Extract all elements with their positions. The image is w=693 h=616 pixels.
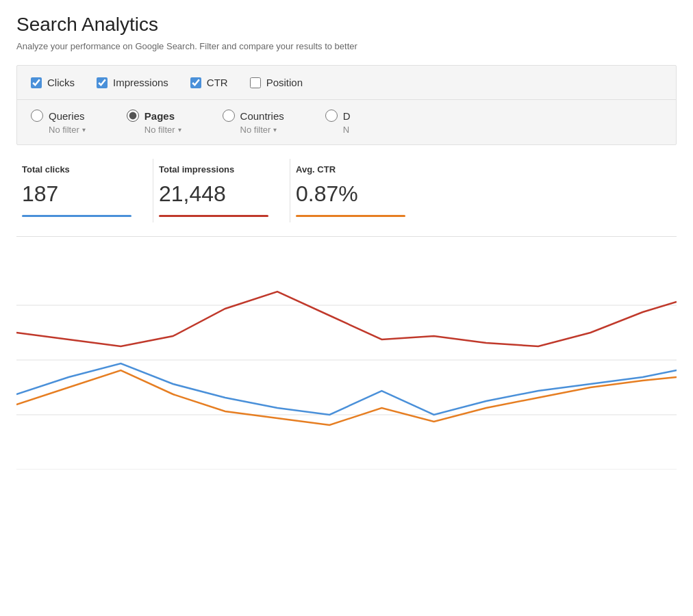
queries-radio[interactable]	[31, 110, 43, 122]
devices-radio-item[interactable]: D N	[325, 110, 351, 135]
avg-ctr-stat: Avg. CTR 0.87%	[290, 159, 427, 222]
total-clicks-stat: Total clicks 187	[16, 159, 153, 222]
position-checkbox-item[interactable]: Position	[250, 77, 303, 88]
clicks-checkbox-item[interactable]: Clicks	[31, 77, 75, 88]
stats-row: Total clicks 187 Total impressions 21,44…	[16, 145, 677, 237]
countries-radio-label: Countries	[240, 110, 284, 122]
pages-radio-item[interactable]: Pages No filter ▾	[127, 110, 181, 135]
countries-dropdown-arrow: ▾	[273, 126, 277, 133]
countries-radio-item[interactable]: Countries No filter ▾	[223, 110, 284, 135]
countries-filter-dropdown[interactable]: No filter ▾	[240, 125, 277, 135]
pages-dropdown-arrow: ▾	[178, 126, 181, 133]
avg-ctr-label: Avg. CTR	[296, 164, 411, 175]
ctr-checkbox-item[interactable]: CTR	[190, 77, 228, 88]
queries-radio-label: Queries	[49, 110, 85, 122]
devices-radio-label: D	[343, 110, 351, 122]
total-clicks-label: Total clicks	[22, 164, 136, 175]
filter-bar: Clicks Impressions CTR Position Queries	[16, 65, 677, 145]
countries-radio[interactable]	[223, 110, 235, 122]
avg-ctr-line	[296, 215, 405, 217]
ctr-label: CTR	[207, 77, 228, 88]
clicks-label: Clicks	[47, 77, 75, 88]
ctr-chart-line	[16, 370, 677, 425]
pages-filter-label: No filter	[144, 125, 175, 135]
total-impressions-label: Total impressions	[159, 164, 273, 175]
impressions-label: Impressions	[113, 77, 168, 88]
impressions-checkbox-item[interactable]: Impressions	[97, 77, 168, 88]
queries-filter-dropdown[interactable]: No filter ▾	[49, 125, 86, 135]
pages-filter-dropdown[interactable]: No filter ▾	[144, 125, 181, 135]
total-impressions-stat: Total impressions 21,448	[153, 159, 290, 222]
avg-ctr-value: 0.87%	[296, 181, 411, 207]
chart-svg	[16, 251, 677, 470]
total-impressions-line	[159, 215, 268, 217]
devices-radio[interactable]	[325, 110, 338, 122]
pages-radio-label: Pages	[144, 110, 175, 122]
position-checkbox[interactable]	[250, 77, 261, 88]
checkbox-row: Clicks Impressions CTR Position	[17, 66, 676, 100]
total-impressions-value: 21,448	[159, 181, 273, 207]
queries-dropdown-arrow: ▾	[82, 126, 86, 133]
page-container: Search Analytics Analyze your performanc…	[0, 0, 693, 616]
ctr-checkbox[interactable]	[190, 77, 201, 88]
impressions-checkbox[interactable]	[97, 77, 108, 88]
position-label: Position	[266, 77, 303, 88]
queries-filter-label: No filter	[49, 125, 79, 135]
clicks-checkbox[interactable]	[31, 77, 42, 88]
pages-radio[interactable]	[127, 110, 139, 122]
page-subtitle: Analyze your performance on Google Searc…	[16, 41, 677, 51]
devices-filter-label: N	[343, 125, 349, 135]
radio-row: Queries No filter ▾ Pages No filter ▾	[17, 100, 676, 144]
queries-radio-item[interactable]: Queries No filter ▾	[31, 110, 86, 135]
impressions-chart-line	[16, 292, 677, 346]
total-clicks-value: 187	[22, 181, 136, 207]
devices-filter-dropdown[interactable]: N	[343, 125, 349, 135]
chart-area	[16, 251, 677, 470]
total-clicks-line	[22, 215, 131, 217]
page-title: Search Analytics	[16, 14, 677, 36]
countries-filter-label: No filter	[240, 125, 271, 135]
